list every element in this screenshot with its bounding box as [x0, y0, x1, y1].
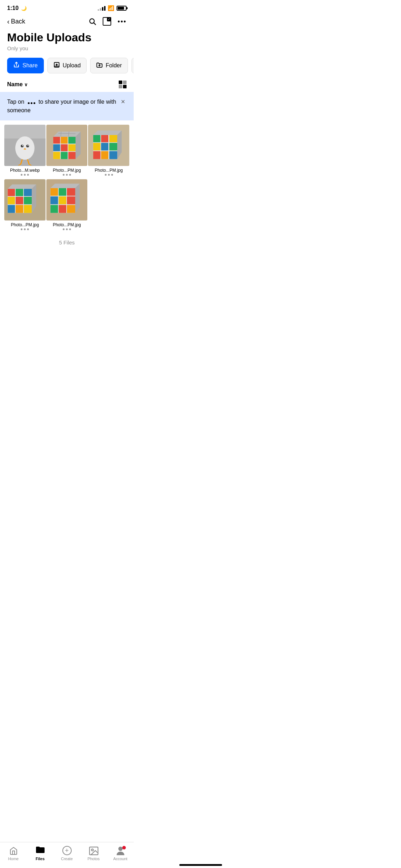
back-chevron-icon: ‹: [7, 17, 10, 26]
svg-rect-71: [67, 196, 75, 204]
file-name: Photo...M.webp: [4, 168, 46, 173]
svg-rect-25: [61, 137, 67, 144]
battery-icon: [117, 6, 127, 11]
list-item[interactable]: Photo...M.webp: [4, 125, 46, 179]
svg-rect-32: [68, 152, 75, 159]
file-thumbnail: [46, 125, 88, 166]
files-count: 5 Files: [0, 236, 134, 247]
status-time: 1:10 🌙: [7, 5, 27, 11]
list-item[interactable]: Photo...PM.jpg: [46, 125, 88, 179]
svg-rect-26: [68, 137, 75, 144]
svg-rect-60: [16, 205, 23, 213]
svg-marker-49: [93, 131, 122, 135]
back-label: Back: [11, 18, 25, 25]
sort-row: Name ∨: [0, 78, 134, 92]
svg-rect-43: [93, 143, 101, 150]
file-name: Photo...PM.jpg: [88, 168, 129, 173]
moon-icon: 🌙: [21, 6, 27, 11]
svg-rect-30: [53, 152, 60, 159]
scan-button[interactable]: S: [132, 58, 134, 73]
status-icons: 📶: [98, 5, 127, 11]
svg-rect-31: [61, 152, 67, 159]
svg-rect-48: [109, 151, 117, 159]
svg-marker-62: [8, 184, 36, 189]
page-subtitle: Only you: [7, 45, 127, 51]
svg-line-1: [94, 23, 96, 25]
svg-rect-56: [8, 197, 15, 204]
folder-label: Folder: [106, 62, 122, 69]
svg-rect-67: [58, 188, 66, 196]
svg-rect-70: [58, 196, 66, 204]
search-button[interactable]: [88, 17, 96, 25]
svg-rect-54: [16, 189, 23, 196]
svg-rect-66: [50, 188, 58, 196]
action-buttons-row: Share Upload Folder: [0, 53, 134, 78]
svg-rect-28: [61, 144, 67, 151]
svg-marker-75: [50, 184, 79, 188]
file-more-menu[interactable]: [21, 228, 29, 230]
more-button[interactable]: •••: [118, 18, 127, 25]
svg-rect-68: [67, 188, 75, 196]
file-thumbnail: [88, 125, 129, 166]
svg-point-16: [27, 145, 29, 146]
svg-rect-40: [93, 135, 101, 142]
grid-view-icon: [119, 81, 127, 88]
file-more-menu[interactable]: [21, 174, 29, 176]
info-banner: Tap on to share your image or file with …: [0, 92, 134, 120]
select-button[interactable]: [103, 17, 111, 26]
svg-rect-58: [24, 197, 32, 204]
svg-rect-57: [16, 197, 23, 204]
file-name: Photo...PM.jpg: [46, 222, 88, 227]
file-name: Photo...PM.jpg: [4, 222, 46, 227]
share-button[interactable]: Share: [7, 58, 44, 73]
share-icon: [13, 62, 20, 69]
svg-rect-59: [8, 205, 15, 213]
svg-rect-27: [53, 144, 60, 151]
svg-rect-55: [24, 189, 32, 196]
banner-close-button[interactable]: ×: [119, 98, 127, 106]
file-name: Photo...PM.jpg: [46, 168, 88, 173]
file-more-menu[interactable]: [63, 228, 71, 230]
sort-label: Name: [7, 81, 23, 88]
status-bar: 1:10 🌙 📶: [0, 0, 134, 14]
svg-rect-53: [8, 189, 15, 196]
file-thumbnail: [4, 179, 46, 221]
svg-rect-69: [50, 196, 58, 204]
upload-icon: [53, 62, 60, 69]
svg-rect-74: [67, 205, 75, 213]
list-item[interactable]: Photo...PM.jpg: [46, 179, 88, 233]
back-button[interactable]: ‹ Back: [7, 17, 25, 26]
svg-point-15: [22, 145, 23, 146]
search-icon: [88, 17, 96, 25]
sort-button[interactable]: Name ∨: [7, 81, 28, 88]
select-icon: [103, 17, 111, 26]
svg-rect-24: [53, 137, 60, 144]
view-toggle-button[interactable]: [119, 81, 127, 88]
svg-rect-72: [50, 205, 58, 213]
share-label: Share: [22, 62, 38, 69]
folder-icon: [96, 62, 103, 69]
upload-button[interactable]: Upload: [47, 58, 87, 73]
header-actions: •••: [88, 17, 127, 26]
svg-rect-45: [109, 143, 117, 150]
file-more-menu[interactable]: [105, 174, 113, 176]
svg-rect-73: [58, 205, 66, 213]
list-item[interactable]: Photo...PM.jpg: [4, 179, 46, 233]
list-item[interactable]: Photo...PM.jpg: [88, 125, 129, 179]
file-thumbnail: [46, 179, 88, 221]
svg-rect-46: [93, 151, 101, 159]
svg-rect-41: [101, 135, 108, 142]
svg-rect-47: [101, 151, 108, 159]
folder-button[interactable]: Folder: [90, 58, 128, 73]
svg-rect-29: [68, 144, 75, 151]
page-title-section: Mobile Uploads Only you: [0, 30, 134, 53]
svg-rect-44: [101, 143, 108, 150]
sort-chevron-icon: ∨: [24, 82, 28, 87]
svg-rect-61: [24, 205, 32, 213]
page-title: Mobile Uploads: [7, 31, 127, 44]
more-icon: •••: [118, 18, 127, 25]
file-more-menu[interactable]: [63, 174, 71, 176]
wifi-icon: 📶: [108, 5, 114, 11]
file-grid: Photo...M.webp: [0, 122, 134, 236]
svg-rect-42: [109, 135, 117, 142]
